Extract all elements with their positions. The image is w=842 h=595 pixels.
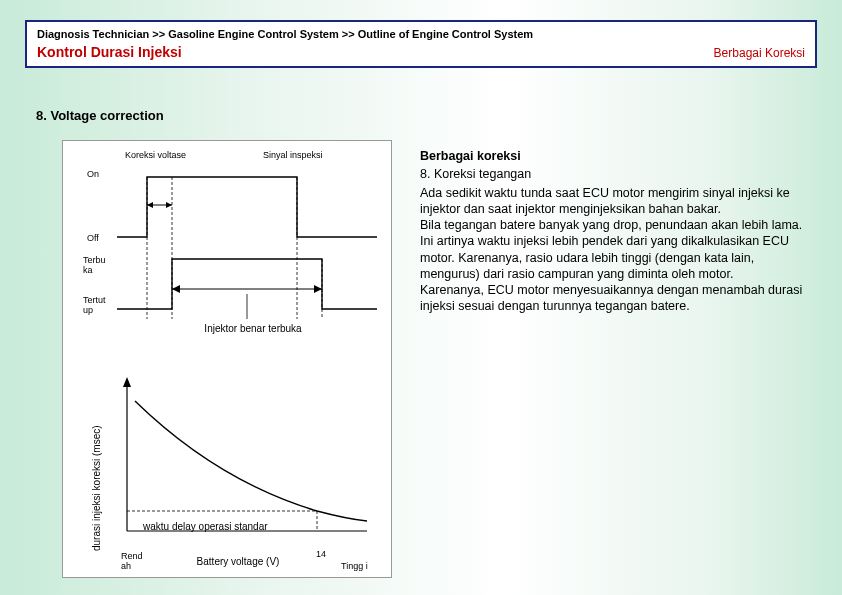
chart-y-axis-label: durasi injeksi koreksi (msec): [91, 425, 102, 551]
chart-x-14: 14: [316, 549, 326, 559]
label-on: On: [87, 169, 99, 179]
chart-x-axis-label: Battery voltage (V): [193, 556, 283, 567]
header-box: Diagnosis Technician >> Gasoline Engine …: [25, 20, 817, 68]
label-tertutup: Tertut up: [83, 295, 113, 315]
svg-marker-13: [123, 377, 131, 387]
chart-x-high: Tingg i: [341, 561, 371, 571]
chart-x-low: Rend ah: [121, 551, 151, 571]
page-title: Kontrol Durasi Injeksi: [37, 44, 182, 60]
body-heading: Berbagai koreksi: [420, 148, 817, 164]
label-terbuka: Terbu ka: [83, 255, 113, 275]
header-row: Kontrol Durasi Injeksi Berbagai Koreksi: [27, 44, 815, 66]
body-text: Berbagai koreksi 8. Koreksi tegangan Ada…: [420, 148, 817, 315]
chart-annotation: waktu delay operasi standar: [143, 521, 268, 532]
svg-marker-9: [314, 285, 322, 293]
body-paragraph: Ada sedikit waktu tunda saat ECU motor m…: [420, 185, 817, 315]
svg-marker-8: [172, 285, 180, 293]
timing-diagram-area: Koreksi voltase Sinyal inspeksi On Off T…: [63, 147, 391, 357]
timing-svg: [117, 159, 377, 359]
body-subheading: 8. Koreksi tegangan: [420, 166, 817, 182]
page-subtitle: Berbagai Koreksi: [714, 46, 805, 60]
breadcrumb: Diagnosis Technician >> Gasoline Engine …: [27, 22, 815, 44]
voltage-chart-svg: [117, 371, 377, 541]
svg-marker-5: [147, 202, 153, 208]
label-off: Off: [87, 233, 99, 243]
diagram-box: Koreksi voltase Sinyal inspeksi On Off T…: [62, 140, 392, 578]
section-title: 8. Voltage correction: [36, 108, 164, 123]
svg-marker-6: [166, 202, 172, 208]
